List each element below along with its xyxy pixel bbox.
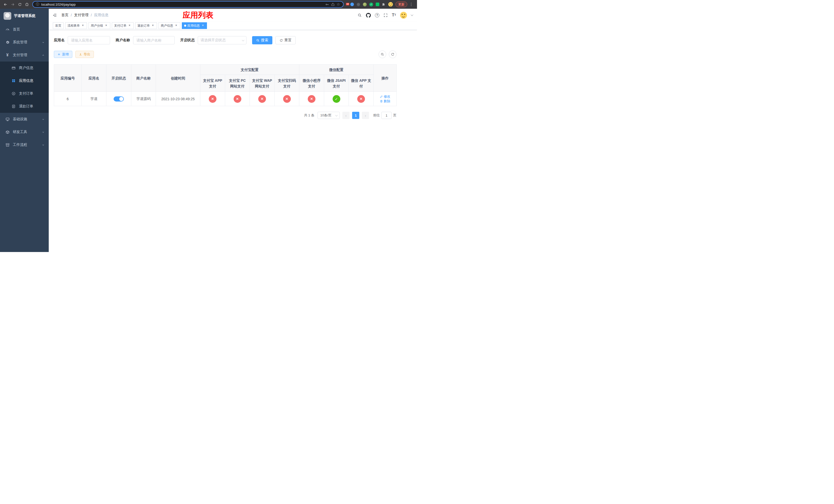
search-button[interactable]: 搜索 xyxy=(252,36,272,44)
tab-close-icon[interactable]: × xyxy=(201,24,205,27)
sidebar-item-label: 支付订单 xyxy=(19,91,33,96)
chevron-down-icon xyxy=(42,143,45,146)
tab-payment-order[interactable]: 支付订单 × xyxy=(112,22,134,29)
sidebar-item-app-info[interactable]: 应用信息 xyxy=(0,74,49,87)
breadcrumb-payment[interactable]: 支付管理 xyxy=(74,13,88,18)
tab-home[interactable]: 首页 xyxy=(53,22,64,29)
delete-link[interactable]: 删除 xyxy=(380,99,390,104)
extension-drop-icon[interactable] xyxy=(350,3,354,6)
extensions-puzzle-icon[interactable] xyxy=(382,3,386,6)
sidebar-item-infrastructure[interactable]: 基础设施 xyxy=(0,113,49,125)
sidebar-item-label: 首页 xyxy=(13,27,20,32)
sidebar-collapse-icon[interactable] xyxy=(52,13,57,18)
col-header-app-id: 应用编号 xyxy=(54,65,82,92)
col-group-wechat: 微信配置 xyxy=(299,65,374,75)
tab-close-icon[interactable]: × xyxy=(151,24,155,27)
tab-merchant-info[interactable]: 商户信息 × xyxy=(158,22,180,29)
app-name-input[interactable] xyxy=(68,36,110,44)
extension-check-icon[interactable]: ✓ xyxy=(369,3,373,6)
filter-status: 开启状态 请选择开启状态 xyxy=(180,36,246,44)
credit-card-icon xyxy=(11,66,16,70)
tab-close-icon[interactable]: × xyxy=(174,24,178,27)
download-icon xyxy=(79,53,82,56)
font-size-icon[interactable]: TT xyxy=(392,13,396,17)
user-avatar[interactable] xyxy=(400,12,407,19)
back-arrow-icon xyxy=(3,2,8,7)
tab-label: 退款订单 xyxy=(137,24,150,28)
help-icon[interactable]: ? xyxy=(375,13,379,18)
add-button-label: 新增 xyxy=(62,52,69,56)
cell-alipay-qr xyxy=(275,92,299,106)
sidebar-item-payment[interactable]: ¥ 支付管理 xyxy=(0,49,49,62)
col-header-wechat-mini: 微信小程序支付 xyxy=(299,75,324,92)
profile-avatar-icon[interactable] xyxy=(388,2,393,7)
tab-app-info[interactable]: 应用信息 × xyxy=(182,22,207,29)
password-key-icon[interactable] xyxy=(325,3,329,6)
extension-avatar-icon[interactable] xyxy=(363,3,367,6)
merchant-name-input[interactable] xyxy=(133,36,175,44)
url-text[interactable]: localhost:1024/pay/app xyxy=(41,3,323,6)
tab-close-icon[interactable]: × xyxy=(104,24,108,27)
sidebar-item-dev-tools[interactable]: 研发工具 xyxy=(0,125,49,138)
tab-close-icon[interactable]: × xyxy=(81,24,85,27)
goto-page-input[interactable] xyxy=(381,112,392,119)
sidebar-item-refund-order[interactable]: 退款订单 xyxy=(0,100,49,113)
search-icon xyxy=(256,39,260,42)
tab-label: 应用信息 xyxy=(188,24,200,28)
browser-forward-button[interactable] xyxy=(9,1,16,8)
avatar-chevron-icon[interactable] xyxy=(411,14,413,16)
cell-alipay-pc xyxy=(225,92,250,106)
page-size-select[interactable]: 10条/页 xyxy=(317,112,340,119)
tab-user-group[interactable]: 用户分组 × xyxy=(88,22,110,29)
app-logo[interactable]: 芋道管理系统 xyxy=(0,9,49,23)
breadcrumb-home[interactable]: 首页 xyxy=(61,13,68,18)
add-button[interactable]: 新增 xyxy=(54,51,72,58)
tab-close-icon[interactable]: × xyxy=(128,24,131,27)
page-number-button[interactable]: 1 xyxy=(352,112,359,119)
filter-form: 应用名 商户名称 开启状态 请选择开启状态 搜索 xyxy=(54,36,396,44)
prev-page-button[interactable]: ‹ xyxy=(343,112,350,119)
browser-address-bar[interactable]: ⓘ localhost:1024/pay/app ☆ xyxy=(32,1,344,8)
extension-dark-icon[interactable] xyxy=(356,3,360,6)
tab-process-form[interactable]: 流程表单 × xyxy=(65,22,87,29)
page-size-value: 10条/页 xyxy=(320,113,332,118)
table-toolbar: 新增 导出 xyxy=(54,50,396,58)
col-header-merchant: 商户名称 xyxy=(131,65,156,92)
fullscreen-icon[interactable] xyxy=(383,13,388,18)
pagination: 共 1 条 10条/页 ‹ 1 › 前往 页 xyxy=(54,112,396,119)
col-header-app-name: 应用名 xyxy=(82,65,106,92)
sidebar-item-home[interactable]: 首页 xyxy=(0,23,49,36)
main-panel: 首页 / 支付管理 / 应用信息 应用列表 ? TT xyxy=(49,9,417,252)
next-page-button[interactable]: › xyxy=(362,112,369,119)
browser-update-button[interactable]: 更新 xyxy=(395,2,407,7)
reset-button-label: 重置 xyxy=(284,38,291,43)
github-icon[interactable] xyxy=(366,13,371,18)
sidebar-item-payment-order[interactable]: 支付订单 xyxy=(0,87,49,100)
tab-label: 用户分组 xyxy=(91,24,103,28)
header-actions: ? TT xyxy=(357,12,413,19)
sidebar-item-workflow[interactable]: 工作流程 xyxy=(0,138,49,151)
status-select[interactable]: 请选择开启状态 xyxy=(198,36,246,44)
browser-back-button[interactable] xyxy=(2,1,9,8)
edit-link[interactable]: 修改 xyxy=(380,94,390,99)
export-button[interactable]: 导出 xyxy=(75,51,94,58)
browser-menu-icon[interactable]: ⋮ xyxy=(408,2,415,7)
sidebar-item-system[interactable]: 系统管理 xyxy=(0,36,49,49)
sidebar-item-merchant-info[interactable]: 商户信息 xyxy=(0,62,49,74)
tab-refund-order[interactable]: 退款订单 × xyxy=(135,22,157,29)
bookmark-star-icon[interactable]: ☆ xyxy=(337,2,340,7)
refresh-table-button[interactable] xyxy=(389,50,396,58)
chevron-down-icon xyxy=(42,41,45,44)
browser-home-button[interactable] xyxy=(24,1,30,8)
status-toggle[interactable] xyxy=(114,96,124,101)
cell-merchant: 芋道源码 xyxy=(131,92,156,106)
share-icon[interactable] xyxy=(331,3,335,6)
reset-button[interactable]: 重置 xyxy=(276,36,296,44)
trash-icon xyxy=(380,100,383,103)
cell-actions: 修改 删除 xyxy=(374,92,397,106)
extension-wechat-icon[interactable] xyxy=(376,3,379,6)
toggle-search-button[interactable] xyxy=(378,50,386,58)
site-info-icon[interactable]: ⓘ xyxy=(36,2,39,7)
search-icon[interactable] xyxy=(357,13,362,18)
browser-reload-button[interactable] xyxy=(16,1,23,8)
